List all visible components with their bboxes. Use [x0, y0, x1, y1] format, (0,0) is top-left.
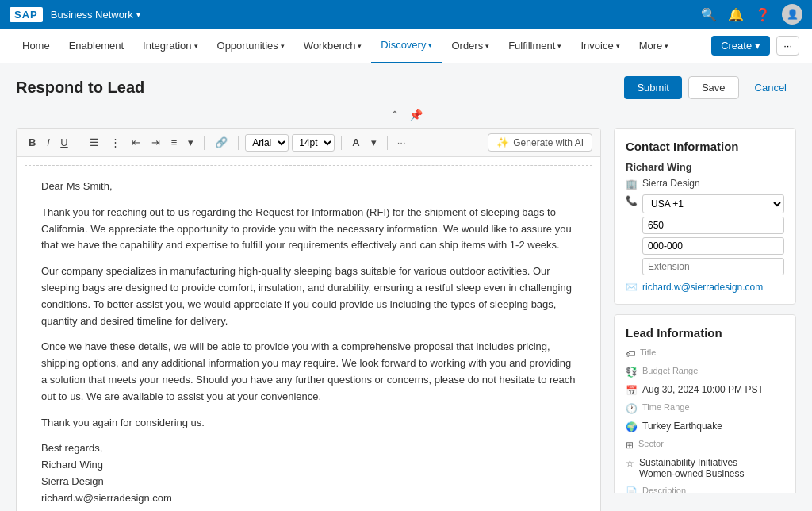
- clock-icon: 🕐: [626, 403, 638, 414]
- contact-company-row: 🏢 Sierra Design: [626, 178, 784, 190]
- collapse-bar: ⌃ 📌: [16, 109, 796, 121]
- main-area: B i U ☰ ⋮ ⇤ ⇥ ≡ ▾ 🔗 Arial 14pt: [16, 128, 796, 511]
- phone-number-input[interactable]: [642, 237, 784, 255]
- lead-sector-label: Sector: [638, 439, 664, 448]
- nav-home-label: Home: [22, 40, 50, 52]
- nav-workbench[interactable]: Workbench ▾: [294, 29, 372, 63]
- lead-ownership-value: Women-owned Business: [639, 468, 745, 479]
- nav-discovery[interactable]: Discovery ▾: [371, 29, 442, 63]
- editor-para3: Once we have these details, we will be a…: [41, 339, 576, 405]
- nav-integration-chevron: ▾: [194, 42, 198, 50]
- lead-description-label: Description: [642, 486, 784, 493]
- nav-invoice[interactable]: Invoice ▾: [571, 29, 629, 63]
- nav-integration[interactable]: Integration ▾: [133, 29, 207, 63]
- nav-more[interactable]: More ▾: [630, 29, 679, 63]
- editor-closing: Best regards, Richard Wing Sierra Design…: [41, 440, 576, 506]
- lead-budget-label: Budget Range: [642, 366, 698, 375]
- nav-orders-chevron: ▾: [485, 42, 489, 50]
- create-label: Create: [721, 40, 752, 52]
- network-name[interactable]: Business Network ▾: [51, 9, 140, 21]
- user-avatar[interactable]: 👤: [782, 4, 802, 25]
- editor-sig-name: Richard Wing: [41, 459, 103, 471]
- align-button[interactable]: ≡: [167, 135, 182, 150]
- italic-button[interactable]: i: [43, 135, 53, 150]
- list-unordered-button[interactable]: ☰: [86, 135, 103, 150]
- list-ordered-button[interactable]: ⋮: [106, 135, 124, 150]
- header-actions: Submit Save Cancel: [624, 76, 796, 99]
- indent-decrease-button[interactable]: ⇤: [128, 135, 144, 150]
- help-icon[interactable]: ❓: [755, 7, 771, 22]
- lead-title-label: Title: [640, 348, 656, 357]
- right-panel-scroll: Contact Information Richard Wing 🏢 Sierr…: [614, 128, 796, 493]
- create-button[interactable]: Create ▾: [711, 36, 770, 56]
- nav-dots-button[interactable]: ···: [776, 36, 799, 56]
- pin-icon[interactable]: 📌: [409, 109, 423, 121]
- nav-orders[interactable]: Orders ▾: [442, 29, 499, 63]
- page-header: Respond to Lead Submit Save Cancel: [16, 76, 796, 99]
- nav-integration-label: Integration: [143, 40, 191, 52]
- align-dropdown-icon[interactable]: ▾: [184, 135, 197, 150]
- lead-description-content: Description Message Lorem ipsum dolor si…: [642, 486, 784, 493]
- lead-initiatives-values: Sustainability Initiatives Women-owned B…: [639, 457, 745, 479]
- nav-fulfillment[interactable]: Fulfillment ▾: [499, 29, 571, 63]
- bold-button[interactable]: B: [25, 135, 40, 150]
- star-icon: ☆: [626, 458, 634, 469]
- lead-location-value: Turkey Earthquake: [642, 421, 722, 432]
- lead-date-row: 📅 Aug 30, 2024 10:00 PM PST: [626, 384, 784, 396]
- contact-info-section: Contact Information Richard Wing 🏢 Sierr…: [614, 128, 796, 305]
- nav-fulfillment-chevron: ▾: [557, 42, 561, 50]
- nav-enablement[interactable]: Enablement: [59, 29, 133, 63]
- font-family-select[interactable]: Arial: [245, 134, 289, 152]
- nav-enablement-label: Enablement: [69, 40, 124, 52]
- font-size-select[interactable]: 14pt: [292, 134, 335, 152]
- lead-timerange-row: 🕐 Time Range: [626, 402, 784, 414]
- nav-opportunities[interactable]: Opportunities ▾: [208, 29, 294, 63]
- editor-para1: Thank you for reaching out to us regardi…: [41, 205, 576, 254]
- toolbar-divider-2: [204, 136, 205, 150]
- editor-thanks: Thank you again for considering us.: [41, 415, 576, 432]
- nav-fulfillment-label: Fulfillment: [508, 40, 555, 52]
- nav-home[interactable]: Home: [13, 29, 59, 63]
- contact-email[interactable]: richard.w@sierradesign.com: [642, 282, 763, 293]
- indent-increase-button[interactable]: ⇥: [147, 135, 164, 150]
- link-button[interactable]: 🔗: [211, 135, 232, 150]
- lead-date-value: Aug 30, 2024 10:00 PM PST: [642, 384, 764, 395]
- top-bar: SAP Business Network ▾ 🔍 🔔 ❓ 👤: [0, 0, 812, 29]
- lead-info-section: Lead Information 🏷 Title 💱 Budget Range …: [614, 314, 796, 493]
- submit-button[interactable]: Submit: [624, 76, 681, 99]
- tag-icon: 🏷: [626, 348, 635, 359]
- lead-location-row: 🌍 Turkey Earthquake: [626, 421, 784, 432]
- toolbar-divider-4: [341, 136, 342, 150]
- font-color-button[interactable]: A: [348, 135, 363, 150]
- nav-invoice-chevron: ▾: [616, 42, 620, 50]
- editor-para2: Our company specializes in manufacturing…: [41, 263, 576, 329]
- top-bar-actions: 🔍 🔔 ❓ 👤: [701, 4, 802, 25]
- nav-opportunities-label: Opportunities: [217, 40, 278, 52]
- contact-phone-row: 📞 USA +1: [626, 194, 784, 275]
- calendar-icon: 📅: [626, 385, 638, 396]
- collapse-icon[interactable]: ⌃: [390, 109, 400, 121]
- building-icon: 🏢: [626, 179, 638, 190]
- editor-panel: B i U ☰ ⋮ ⇤ ⇥ ≡ ▾ 🔗 Arial 14pt: [16, 128, 601, 511]
- contact-info-title: Contact Information: [626, 140, 784, 153]
- underline-button[interactable]: U: [56, 135, 71, 150]
- phone-area-input[interactable]: [642, 217, 784, 234]
- lead-description-row: 📄 Description Message Lorem ipsum dolor …: [626, 486, 784, 493]
- phone-extension-input[interactable]: [642, 258, 784, 275]
- location-icon: 🌍: [626, 421, 638, 432]
- font-color-dropdown[interactable]: ▾: [367, 135, 381, 150]
- nav-workbench-label: Workbench: [304, 40, 356, 52]
- save-button[interactable]: Save: [688, 76, 739, 99]
- lead-info-title: Lead Information: [626, 326, 784, 340]
- nav-more-chevron: ▾: [665, 42, 668, 50]
- editor-body[interactable]: Dear Ms Smith, Thank you for reaching ou…: [25, 165, 592, 511]
- create-chevron-icon: ▾: [755, 40, 760, 52]
- cancel-button[interactable]: Cancel: [745, 76, 796, 99]
- toolbar-overflow-button[interactable]: ···: [394, 135, 409, 150]
- nav-opportunities-chevron: ▾: [281, 42, 285, 50]
- page-content: Respond to Lead Submit Save Cancel ⌃ 📌 B…: [0, 63, 812, 511]
- phone-country-select[interactable]: USA +1: [642, 194, 784, 213]
- search-icon[interactable]: 🔍: [701, 7, 717, 22]
- generate-ai-button[interactable]: ✨ Generate with AI: [488, 133, 592, 152]
- bell-icon[interactable]: 🔔: [728, 7, 744, 22]
